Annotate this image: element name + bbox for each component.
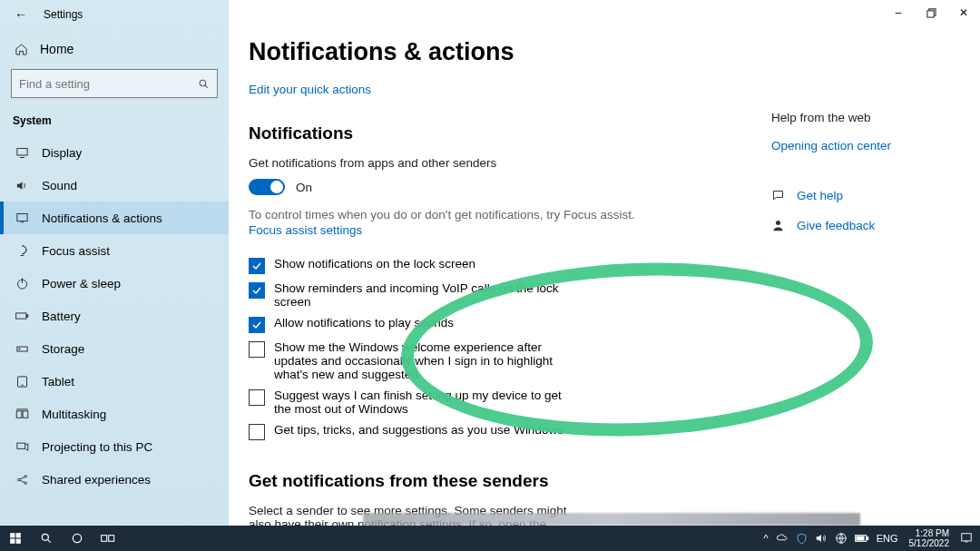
toggle-state-label: On xyxy=(296,181,312,194)
taskbar-search[interactable] xyxy=(31,526,62,551)
notification-checkbox[interactable]: Show notifications on the lock screen xyxy=(249,257,575,274)
notifications-heading: Notifications xyxy=(249,123,744,143)
action-center-icon[interactable] xyxy=(960,532,973,545)
notification-checkbox[interactable]: Show reminders and incoming VoIP calls o… xyxy=(249,281,575,309)
chat-icon xyxy=(771,189,786,202)
sidebar-item-label: Display xyxy=(42,146,82,160)
sound-icon xyxy=(15,178,29,192)
svg-point-19 xyxy=(24,482,27,485)
sidebar-item-display[interactable]: Display xyxy=(0,136,229,169)
sidebar-item-multi[interactable]: Multitasking xyxy=(0,398,229,430)
sidebar-item-battery[interactable]: Battery xyxy=(0,300,229,332)
checkbox-icon xyxy=(249,258,265,274)
sidebar-item-label: Storage xyxy=(42,342,84,356)
decorative-blur xyxy=(363,513,860,526)
svg-rect-35 xyxy=(962,534,972,541)
sidebar-item-shared[interactable]: Shared experiences xyxy=(0,463,229,496)
sidebar-item-label: Sound xyxy=(42,179,77,192)
give-feedback-link[interactable]: Give feedback xyxy=(771,219,944,232)
svg-rect-2 xyxy=(16,148,26,155)
sidebar-item-label: Power & sleep xyxy=(42,277,121,290)
nav-list: DisplaySoundNotifications & actionsFocus… xyxy=(0,136,229,496)
sidebar-item-sound[interactable]: Sound xyxy=(0,169,229,202)
svg-rect-8 xyxy=(26,315,27,318)
svg-rect-34 xyxy=(857,536,864,540)
onedrive-icon[interactable] xyxy=(776,532,789,545)
main-area: – ✕ Notifications & actions Edit your qu… xyxy=(229,0,980,526)
start-button[interactable] xyxy=(0,526,31,551)
display-icon xyxy=(15,145,29,160)
cortana-button[interactable] xyxy=(62,526,93,551)
sidebar-item-label: Battery xyxy=(42,310,81,323)
svg-rect-22 xyxy=(10,533,15,537)
edit-quick-actions-link[interactable]: Edit your quick actions xyxy=(249,83,744,96)
sidebar-item-label: Tablet xyxy=(42,375,74,389)
notifications-toggle[interactable] xyxy=(249,179,285,195)
svg-rect-7 xyxy=(15,313,25,319)
clock[interactable]: 1:28 PM 5/12/2022 xyxy=(906,528,954,548)
svg-point-18 xyxy=(24,475,27,477)
defender-icon[interactable] xyxy=(796,533,808,545)
tray-chevron-icon[interactable]: ^ xyxy=(763,533,768,544)
network-icon[interactable] xyxy=(835,532,848,545)
notification-checkbox[interactable]: Get tips, tricks, and suggestions as you… xyxy=(249,423,575,440)
search-field[interactable] xyxy=(19,77,198,91)
get-help-link[interactable]: Get help xyxy=(771,189,944,202)
senders-heading: Get notifications from these senders xyxy=(249,471,744,491)
sidebar-item-label: Focus assist xyxy=(42,244,110,258)
language-indicator[interactable]: ENG xyxy=(877,533,898,544)
sidebar-item-label: Shared experiences xyxy=(42,473,151,487)
window-controls: – ✕ xyxy=(882,0,980,25)
focus-assist-link[interactable]: Focus assist settings xyxy=(249,223,744,237)
checkbox-icon xyxy=(249,282,265,299)
svg-rect-33 xyxy=(867,537,867,540)
notification-checkbox[interactable]: Allow notifications to play sounds xyxy=(249,316,575,333)
home-icon xyxy=(15,43,29,56)
checkbox-icon xyxy=(249,341,265,358)
battery-icon[interactable] xyxy=(855,533,869,544)
search-input[interactable] xyxy=(11,69,218,98)
svg-point-0 xyxy=(200,80,206,86)
svg-rect-14 xyxy=(23,410,28,418)
notification-checkbox[interactable]: Suggest ways I can finish setting up my … xyxy=(249,389,575,416)
window-title: Settings xyxy=(44,8,83,21)
svg-rect-20 xyxy=(926,10,933,16)
sidebar-item-storage[interactable]: Storage xyxy=(0,332,229,365)
battery-icon xyxy=(15,309,29,323)
power-icon xyxy=(15,276,29,290)
system-tray: ^ ENG 1:28 PM 5/12/2022 xyxy=(763,528,980,548)
sidebar-item-label: Notifications & actions xyxy=(42,212,162,225)
home-label: Home xyxy=(40,42,74,56)
svg-rect-30 xyxy=(109,536,114,542)
svg-point-28 xyxy=(73,534,81,542)
checkbox-label: Allow notifications to play sounds xyxy=(274,316,454,330)
task-view-button[interactable] xyxy=(93,526,123,551)
checkbox-label: Get tips, tricks, and suggestions as you… xyxy=(274,423,564,437)
sidebar-item-power[interactable]: Power & sleep xyxy=(0,267,229,300)
sidebar-item-notif[interactable]: Notifications & actions xyxy=(0,202,229,234)
volume-icon[interactable] xyxy=(815,532,828,545)
svg-rect-4 xyxy=(16,213,26,221)
back-button[interactable]: ← xyxy=(15,7,27,22)
taskbar: ^ ENG 1:28 PM 5/12/2022 xyxy=(0,526,980,551)
svg-point-10 xyxy=(18,348,19,349)
focus-assist-note: To control times when you do or don't ge… xyxy=(249,208,744,221)
close-button[interactable]: ✕ xyxy=(947,0,980,25)
tablet-icon xyxy=(15,374,29,389)
page-title: Notifications & actions xyxy=(249,38,744,66)
sidebar: ← Settings Home System DisplaySoundNotif… xyxy=(0,0,229,526)
sidebar-item-tablet[interactable]: Tablet xyxy=(0,365,229,398)
shared-icon xyxy=(15,472,29,487)
storage-icon xyxy=(15,341,29,356)
notification-checkbox[interactable]: Show me the Windows welcome experience a… xyxy=(249,340,575,381)
checkbox-label: Show notifications on the lock screen xyxy=(274,257,475,271)
svg-line-27 xyxy=(47,539,50,542)
home-nav[interactable]: Home xyxy=(0,33,229,65)
svg-point-21 xyxy=(776,221,780,225)
help-link-action-center[interactable]: Opening action center xyxy=(771,139,944,153)
sidebar-item-project[interactable]: Projecting to this PC xyxy=(0,430,229,463)
maximize-button[interactable] xyxy=(915,0,947,25)
minimize-button[interactable]: – xyxy=(882,0,915,25)
person-icon xyxy=(771,219,786,232)
sidebar-item-focus[interactable]: Focus assist xyxy=(0,234,229,267)
